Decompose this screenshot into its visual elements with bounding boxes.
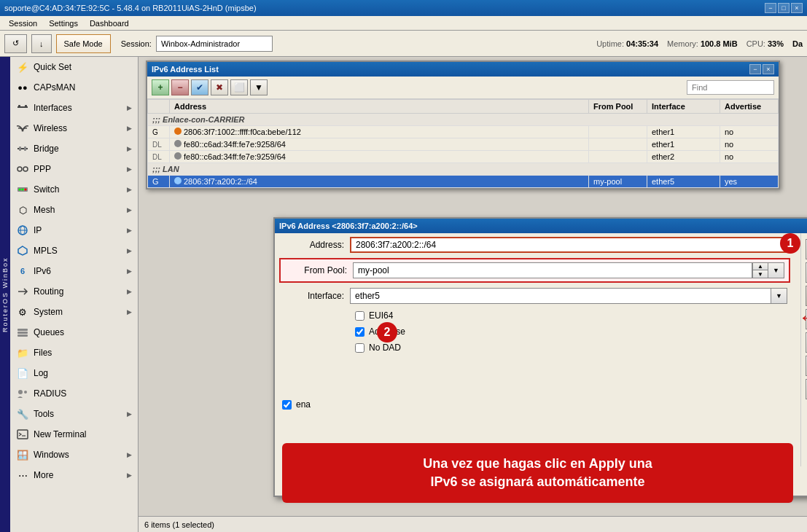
memory-value: 100.8 MiB: [701, 39, 738, 48]
sidebar-item-routing[interactable]: Routing ▶: [10, 281, 138, 302]
interface-dropdown[interactable]: ▼: [771, 288, 787, 304]
minimize-button[interactable]: −: [765, 3, 776, 13]
address-input[interactable]: [350, 237, 787, 253]
row-advertise: no: [720, 126, 779, 138]
eui64-checkbox[interactable]: [355, 311, 364, 321]
sidebar-item-quick-set[interactable]: ⚡ Quick Set: [10, 57, 138, 77]
sidebar-item-new-terminal[interactable]: New Terminal: [10, 424, 138, 445]
interfaces-arrow: ▶: [127, 104, 132, 112]
log-label: Log: [34, 368, 132, 378]
col-from-pool[interactable]: From Pool: [589, 100, 647, 114]
ipv6-arrow: ▶: [127, 267, 132, 275]
mpls-icon: [16, 244, 29, 257]
routing-label: Routing: [34, 286, 122, 297]
sidebar-item-queues[interactable]: Queues: [10, 322, 138, 343]
mesh-icon: ⬡: [16, 203, 29, 216]
enable-button[interactable]: ✔: [191, 79, 208, 95]
table-row[interactable]: DL fe80::c6ad:34ff:fe7e:9259/64 ether2 n…: [148, 151, 779, 163]
sidebar-item-mesh[interactable]: ⬡ Mesh ▶: [10, 200, 138, 220]
safe-mode-button[interactable]: Safe Mode: [56, 34, 111, 53]
interface-row: Interface: ▼: [275, 284, 795, 308]
from-pool-up[interactable]: ▲: [752, 262, 768, 270]
sidebar-item-ip[interactable]: IP ▶: [10, 220, 138, 240]
menu-session[interactable]: Session: [3, 17, 43, 29]
wireless-label: Wireless: [34, 123, 122, 133]
svg-rect-16: [17, 329, 28, 331]
from-pool-input[interactable]: [353, 262, 752, 278]
circle-1: 1: [780, 233, 800, 254]
sidebar-item-ppp[interactable]: PPP ▶: [10, 159, 138, 179]
from-pool-dropdown[interactable]: ▼: [768, 262, 784, 278]
add-icon: +: [157, 82, 163, 93]
list-minimize-button[interactable]: −: [749, 64, 761, 74]
back-icon: ↺: [12, 39, 19, 48]
sidebar-item-radius[interactable]: RADIUS: [10, 383, 138, 404]
detail-window-title-bar[interactable]: IPv6 Address <2806:3f7:a200:2::/64> − ×: [275, 219, 807, 233]
session-input[interactable]: [156, 36, 273, 52]
mesh-label: Mesh: [34, 205, 122, 215]
row-from-pool: [589, 151, 647, 163]
status-text: 6 items (1 selected): [144, 520, 214, 529]
interface-input[interactable]: [350, 288, 771, 304]
enabled-checkbox[interactable]: [282, 400, 292, 410]
add-button[interactable]: +: [152, 79, 169, 95]
forward-button[interactable]: ↓: [31, 34, 52, 53]
list-close-button[interactable]: ×: [763, 64, 774, 74]
find-input[interactable]: [687, 80, 774, 95]
remove-list-button[interactable]: −: [171, 79, 189, 95]
row-advertise: no: [720, 138, 779, 151]
row-interface: ether2: [647, 151, 720, 163]
table-container: Address From Pool Interface Advertise ;;…: [147, 99, 779, 188]
interface-label: Interface:: [282, 291, 344, 301]
table-row-selected[interactable]: G 2806:3f7:a200:2::/64 my-pool ether5 ye…: [148, 176, 779, 188]
col-advertise[interactable]: Advertise: [720, 100, 779, 114]
capsman-icon: ●●: [16, 81, 29, 94]
content-area: IPv6 Address List − × + − ✔ ✖: [139, 57, 807, 532]
list-window-title-bar[interactable]: IPv6 Address List − ×: [147, 62, 779, 77]
switch-label: Switch: [34, 184, 122, 195]
from-pool-down[interactable]: ▼: [752, 270, 768, 278]
sidebar-item-more[interactable]: ⋯ More ▶: [10, 465, 138, 485]
address-table: Address From Pool Interface Advertise ;;…: [147, 99, 779, 188]
col-interface[interactable]: Interface: [647, 100, 720, 114]
no-dad-checkbox[interactable]: [355, 343, 364, 353]
sidebar-item-wireless[interactable]: Wireless ▶: [10, 118, 138, 138]
row-from-pool: [589, 126, 647, 138]
sidebar-item-ipv6[interactable]: 6 IPv6 ▶: [10, 261, 138, 281]
close-button[interactable]: ×: [791, 3, 803, 13]
sidebar-item-system[interactable]: ⚙ System ▶: [10, 302, 138, 322]
disable-list-button[interactable]: ✖: [211, 79, 228, 95]
svg-point-7: [23, 167, 28, 171]
svg-rect-21: [17, 430, 28, 439]
sidebar-item-interfaces[interactable]: Interfaces ▶: [10, 98, 138, 118]
sidebar-item-files[interactable]: 📁 Files: [10, 343, 138, 363]
ipv6-list-window: IPv6 Address List − × + − ✔ ✖: [146, 60, 780, 189]
col-flag[interactable]: [148, 100, 170, 114]
sidebar-item-mpls[interactable]: MPLS ▶: [10, 240, 138, 261]
sidebar-item-tools[interactable]: 🔧 Tools ▶: [10, 404, 138, 424]
sidebar-item-windows[interactable]: 🪟 Windows ▶: [10, 445, 138, 465]
menu-settings[interactable]: Settings: [43, 17, 84, 29]
more-icon: ⋯: [16, 469, 29, 482]
menu-dashboard[interactable]: Dashboard: [84, 17, 135, 29]
enabled-label: ena: [296, 399, 311, 410]
sidebar-item-capsman[interactable]: ●● CAPsMAN: [10, 77, 138, 98]
row-flag: DL: [148, 138, 170, 151]
col-address[interactable]: Address: [170, 100, 589, 114]
forward-icon: ↓: [39, 39, 44, 48]
filter-button[interactable]: ▼: [250, 79, 268, 95]
move-icon: ⬜: [234, 82, 245, 93]
row-iface-selected: ether5: [647, 176, 720, 188]
row-address-selected: 2806:3f7:a200:2::/64: [170, 176, 589, 188]
cpu-label: CPU:: [746, 39, 765, 48]
back-button[interactable]: ↺: [4, 34, 27, 53]
move-button[interactable]: ⬜: [230, 79, 248, 95]
advertise-checkbox[interactable]: [355, 327, 364, 337]
table-row[interactable]: G 2806:3f7:1002::ffff:f0ca:bebe/112 ethe…: [148, 126, 779, 138]
sidebar-item-bridge[interactable]: Bridge ▶: [10, 138, 138, 159]
maximize-button[interactable]: □: [778, 3, 790, 13]
svg-point-10: [22, 189, 24, 191]
sidebar-item-log[interactable]: 📄 Log: [10, 363, 138, 383]
table-row[interactable]: DL fe80::c6ad:34ff:fe7e:9258/64 ether1 n…: [148, 138, 779, 151]
sidebar-item-switch[interactable]: Switch ▶: [10, 179, 138, 200]
